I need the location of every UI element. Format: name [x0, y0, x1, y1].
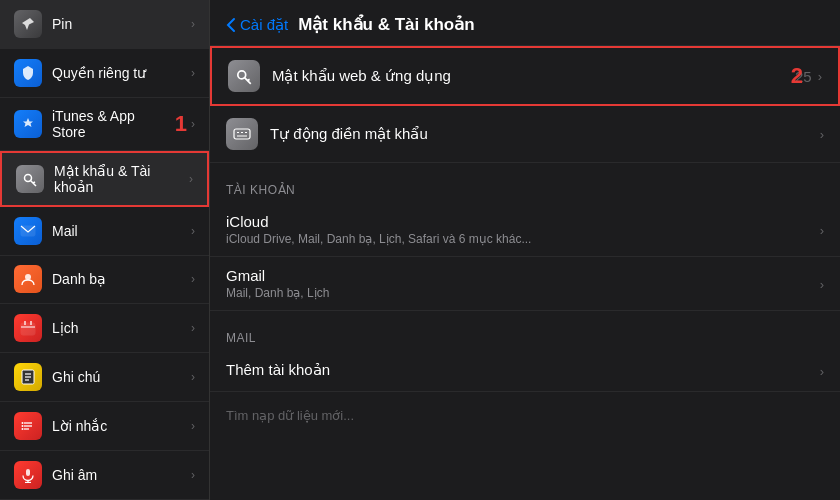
chevron-icon: ›: [191, 468, 195, 482]
accounts-section-header: TÀI KHOẢN: [210, 163, 840, 203]
chevron-icon: ›: [191, 272, 195, 286]
sidebar-item-contacts-label: Danh bạ: [52, 271, 191, 287]
sidebar-item-itunes[interactable]: iTunes & App Store 1 ›: [0, 98, 209, 151]
sidebar-item-notes-label: Ghi chú: [52, 369, 191, 385]
badge-2: 2: [791, 63, 803, 89]
bottom-text-area: Tìm nạp dữ liệu mới...: [210, 392, 840, 438]
svg-point-22: [238, 71, 246, 79]
bottom-fetch-text: Tìm nạp dữ liệu mới...: [226, 408, 354, 423]
sidebar-item-passwords-label: Mật khẩu & Tài khoản: [54, 163, 189, 195]
svg-rect-25: [234, 129, 250, 139]
web-passwords-label: Mật khẩu web & ứng dụng: [272, 67, 795, 85]
sidebar-item-calendar-label: Lịch: [52, 320, 191, 336]
pin-icon: [14, 10, 42, 38]
account-item-add[interactable]: Thêm tài khoản ›: [210, 351, 840, 392]
icloud-name: iCloud: [226, 213, 824, 230]
right-content: Mật khẩu web & ứng dụng 25 › 2 Tự động đ…: [210, 46, 840, 500]
chevron-icon: ›: [820, 127, 824, 142]
voicememo-icon: [14, 461, 42, 489]
svg-point-4: [25, 274, 31, 280]
sidebar-item-mail[interactable]: Mail ›: [0, 207, 209, 256]
svg-line-2: [33, 182, 35, 183]
svg-rect-19: [26, 469, 30, 476]
svg-rect-5: [21, 323, 35, 335]
chevron-icon: ›: [820, 276, 824, 291]
sidebar-item-itunes-label: iTunes & App Store: [52, 108, 171, 140]
chevron-icon: ›: [191, 17, 195, 31]
account-item-gmail[interactable]: Gmail Mail, Danh bạ, Lịch ›: [210, 257, 840, 311]
svg-line-24: [247, 79, 249, 80]
sidebar-item-pin[interactable]: Pin ›: [0, 0, 209, 49]
sidebar-item-privacy[interactable]: Quyền riêng tư ›: [0, 49, 209, 98]
page-title: Mật khẩu & Tài khoản: [298, 14, 474, 35]
chevron-icon: ›: [820, 364, 824, 379]
back-label: Cài đặt: [240, 16, 288, 34]
sidebar-item-voicememo[interactable]: Ghi âm ›: [0, 451, 209, 500]
gmail-name: Gmail: [226, 267, 824, 284]
keyboard-icon: [226, 118, 258, 150]
key-icon: [16, 165, 44, 193]
icloud-detail: iCloud Drive, Mail, Danh bạ, Lịch, Safar…: [226, 232, 824, 246]
chevron-icon: ›: [820, 222, 824, 237]
sidebar-item-privacy-label: Quyền riêng tư: [52, 65, 191, 81]
right-item-web-passwords[interactable]: Mật khẩu web & ứng dụng 25 › 2: [210, 46, 840, 106]
badge-1: 1: [175, 111, 187, 137]
chevron-icon: ›: [191, 321, 195, 335]
gmail-detail: Mail, Danh bạ, Lịch: [226, 286, 824, 300]
chevron-icon: ›: [191, 224, 195, 238]
mail-section-header: Mail: [210, 311, 840, 351]
svg-point-18: [22, 428, 24, 430]
chevron-icon: ›: [191, 370, 195, 384]
sidebar-item-calendar[interactable]: Lịch ›: [0, 304, 209, 353]
sidebar-item-reminders-label: Lời nhắc: [52, 418, 191, 434]
right-panel: Cài đặt Mật khẩu & Tài khoản Mật khẩu we…: [210, 0, 840, 500]
svg-point-16: [22, 422, 24, 424]
account-item-icloud[interactable]: iCloud iCloud Drive, Mail, Danh bạ, Lịch…: [210, 203, 840, 257]
sidebar-item-contacts[interactable]: Danh bạ ›: [0, 256, 209, 305]
back-button[interactable]: Cài đặt: [226, 16, 288, 34]
left-panel: Pin › Quyền riêng tư › iTunes & App Stor…: [0, 0, 210, 500]
sidebar-item-voicememo-label: Ghi âm: [52, 467, 191, 483]
privacy-icon: [14, 59, 42, 87]
contacts-icon: [14, 265, 42, 293]
chevron-icon: ›: [189, 172, 193, 186]
chevron-icon: ›: [191, 419, 195, 433]
chevron-icon: ›: [818, 69, 822, 84]
right-item-autofill[interactable]: Tự động điền mật khẩu ›: [210, 106, 840, 163]
sidebar-item-notes[interactable]: Ghi chú ›: [0, 353, 209, 402]
sidebar-item-passwords[interactable]: Mật khẩu & Tài khoản ›: [0, 151, 209, 207]
mail-icon: [14, 217, 42, 245]
chevron-icon: ›: [191, 117, 195, 131]
sidebar-item-reminders[interactable]: Lời nhắc ›: [0, 402, 209, 451]
sidebar-item-mail-label: Mail: [52, 223, 191, 239]
calendar-icon: [14, 314, 42, 342]
chevron-icon: ›: [191, 66, 195, 80]
svg-point-0: [25, 174, 32, 181]
notes-icon: [14, 363, 42, 391]
add-account-name: Thêm tài khoản: [226, 361, 824, 379]
reminders-icon: [14, 412, 42, 440]
autofill-label: Tự động điền mật khẩu: [270, 125, 820, 143]
sidebar-item-pin-label: Pin: [52, 16, 191, 32]
right-header: Cài đặt Mật khẩu & Tài khoản: [210, 0, 840, 46]
svg-point-17: [22, 425, 24, 427]
appstore-icon: [14, 110, 42, 138]
key-icon: [228, 60, 260, 92]
